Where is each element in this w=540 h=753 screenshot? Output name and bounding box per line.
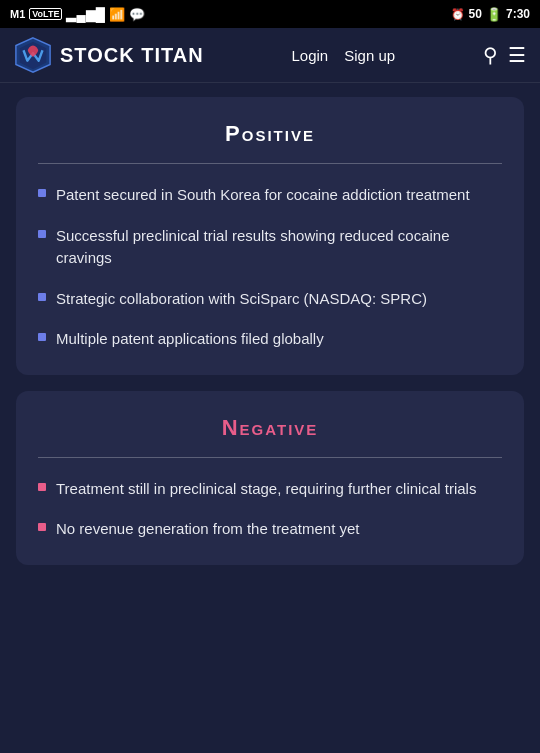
list-item-text: No revenue generation from the treatment… bbox=[56, 518, 360, 541]
wifi-icon: 📶 bbox=[109, 7, 125, 22]
brand: STOCK TITAN bbox=[14, 36, 204, 74]
time-label: 7:30 bbox=[506, 7, 530, 21]
carrier-label: M1 bbox=[10, 8, 25, 20]
list-item: Patent secured in South Korea for cocain… bbox=[38, 184, 502, 207]
navbar-links: Login Sign up bbox=[292, 47, 396, 64]
login-link[interactable]: Login bbox=[292, 47, 329, 64]
list-item-text: Treatment still in preclinical stage, re… bbox=[56, 478, 476, 501]
positive-list: Patent secured in South Korea for cocain… bbox=[38, 184, 502, 351]
negative-list: Treatment still in preclinical stage, re… bbox=[38, 478, 502, 541]
status-left: M1 VoLTE ▂▄▆█ 📶 💬 bbox=[10, 7, 145, 22]
alarm-icon: ⏰ bbox=[451, 8, 465, 21]
brand-logo-icon bbox=[14, 36, 52, 74]
list-item: No revenue generation from the treatment… bbox=[38, 518, 502, 541]
bullet-icon bbox=[38, 523, 46, 531]
negative-title: Negative bbox=[38, 415, 502, 441]
list-item-text: Strategic collaboration with SciSparc (N… bbox=[56, 288, 427, 311]
positive-card: Positive Patent secured in South Korea f… bbox=[16, 97, 524, 375]
positive-divider bbox=[38, 163, 502, 164]
bullet-icon bbox=[38, 483, 46, 491]
navbar: STOCK TITAN Login Sign up ⚲ ☰ bbox=[0, 28, 540, 83]
list-item-text: Multiple patent applications filed globa… bbox=[56, 328, 324, 351]
negative-divider bbox=[38, 457, 502, 458]
list-item: Successful preclinical trial results sho… bbox=[38, 225, 502, 270]
main-content: Positive Patent secured in South Korea f… bbox=[0, 83, 540, 595]
bullet-icon bbox=[38, 293, 46, 301]
brand-name: STOCK TITAN bbox=[60, 44, 204, 67]
bullet-icon bbox=[38, 230, 46, 238]
bullet-icon bbox=[38, 189, 46, 197]
navbar-icons: ⚲ ☰ bbox=[483, 43, 526, 67]
list-item-text: Patent secured in South Korea for cocain… bbox=[56, 184, 470, 207]
list-item: Treatment still in preclinical stage, re… bbox=[38, 478, 502, 501]
positive-title: Positive bbox=[38, 121, 502, 147]
volte-label: VoLTE bbox=[29, 8, 62, 20]
menu-icon[interactable]: ☰ bbox=[508, 43, 526, 67]
search-icon[interactable]: ⚲ bbox=[483, 43, 498, 67]
whatsapp-icon: 💬 bbox=[129, 7, 145, 22]
signup-link[interactable]: Sign up bbox=[344, 47, 395, 64]
status-bar: M1 VoLTE ▂▄▆█ 📶 💬 ⏰ 50 🔋 7:30 bbox=[0, 0, 540, 28]
status-right: ⏰ 50 🔋 7:30 bbox=[451, 7, 530, 22]
list-item: Multiple patent applications filed globa… bbox=[38, 328, 502, 351]
battery-label: 50 bbox=[469, 7, 482, 21]
list-item-text: Successful preclinical trial results sho… bbox=[56, 225, 502, 270]
negative-card: Negative Treatment still in preclinical … bbox=[16, 391, 524, 565]
bullet-icon bbox=[38, 333, 46, 341]
list-item: Strategic collaboration with SciSparc (N… bbox=[38, 288, 502, 311]
battery-icon: 🔋 bbox=[486, 7, 502, 22]
signal-icon: ▂▄▆█ bbox=[66, 7, 104, 22]
